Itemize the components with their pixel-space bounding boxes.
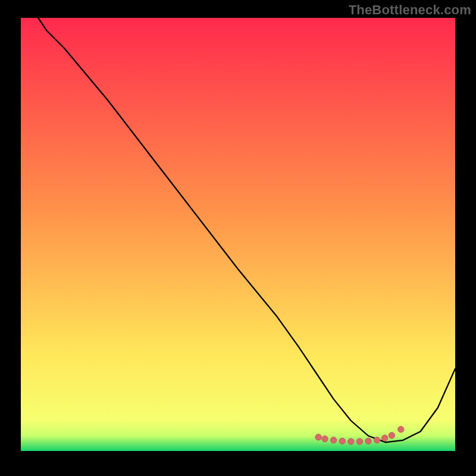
marker-dot bbox=[339, 438, 345, 444]
chart-frame: TheBottleneck.com bbox=[0, 0, 476, 476]
marker-dot bbox=[315, 434, 321, 440]
marker-dot bbox=[389, 433, 394, 439]
marker-dot bbox=[322, 436, 328, 441]
watermark-text: TheBottleneck.com bbox=[349, 2, 471, 18]
chart-svg bbox=[21, 18, 455, 451]
marker-dot bbox=[374, 437, 380, 443]
marker-dot bbox=[382, 435, 388, 441]
marker-dot bbox=[365, 438, 371, 444]
marker-dot bbox=[398, 426, 404, 432]
gradient-background bbox=[21, 18, 455, 451]
marker-dot bbox=[356, 439, 362, 444]
marker-dot bbox=[330, 437, 336, 443]
plot-area bbox=[21, 18, 455, 451]
marker-dot bbox=[348, 439, 354, 444]
